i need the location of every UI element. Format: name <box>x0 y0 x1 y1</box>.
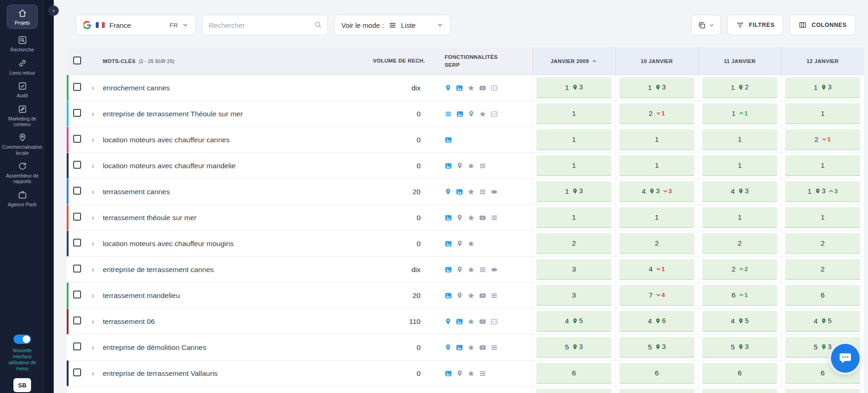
position-cell: 1 <box>536 103 611 124</box>
date-header-3[interactable]: 12 JANVIER <box>781 47 864 75</box>
filters-button[interactable]: FILTRES <box>727 15 783 35</box>
position-cell: 21 <box>619 103 694 124</box>
sidebar-item-commercialisation-locale[interactable]: Commercialisation locale <box>3 133 42 156</box>
pages-button[interactable] <box>692 15 721 35</box>
sidebar-expand-button[interactable]: › <box>49 6 59 16</box>
serp-image-icon <box>445 162 452 170</box>
chat-widget-button[interactable] <box>831 344 860 373</box>
columns-label: COLONNES <box>811 22 847 28</box>
date-header-2[interactable]: 11 JANVIER <box>698 47 781 75</box>
user-avatar[interactable]: SB <box>13 378 31 392</box>
position-cell: 6 <box>785 285 860 306</box>
expand-row-chevron[interactable]: › <box>89 136 94 144</box>
search-input-wrap <box>202 15 328 35</box>
chevron-down-icon <box>437 22 443 28</box>
volume-header: VOLUME DE RECH. <box>361 57 437 64</box>
position-value: 1 <box>738 135 742 144</box>
position-value: 1 <box>572 109 576 118</box>
expand-row-chevron[interactable]: › <box>89 317 94 325</box>
keyword-text[interactable]: location moteurs avec chauffeur cannes <box>103 136 361 144</box>
search-volume: 0 <box>361 162 437 170</box>
keyword-text[interactable]: location moteurs avec chauffeur mandelie <box>103 162 361 170</box>
row-checkbox[interactable] <box>73 291 81 298</box>
keyword-text[interactable]: entreprise de démolition Cannes <box>103 343 361 352</box>
keyword-text[interactable]: terrassement cannes <box>103 188 361 196</box>
keyword-text[interactable]: terrassement théoule sur mer <box>103 214 361 222</box>
row-checkbox[interactable] <box>73 317 81 324</box>
sidebar-item-label: Marketing de contenu <box>3 116 42 127</box>
keyword-text[interactable]: enrochement cannes <box>103 84 361 92</box>
serp-oval-icon <box>491 266 498 273</box>
row-checkbox[interactable] <box>73 83 81 91</box>
row-checkbox[interactable] <box>73 109 81 117</box>
keyword-text[interactable]: entreprise de terrassement Vallauris <box>103 369 361 378</box>
sidebar-item-agence-pack[interactable]: Agence Pack <box>3 190 42 207</box>
view-mode-selector[interactable]: Voir le mode : Liste <box>334 15 450 35</box>
row-accent-bar <box>67 283 69 308</box>
serp-star-icon <box>467 162 475 170</box>
serp-more-icon[interactable] <box>491 110 498 118</box>
keyword-text[interactable]: location moteurs avec chauffeur mougins <box>103 240 361 248</box>
position-value: 2 <box>649 109 653 118</box>
serp-more-icon[interactable] <box>491 84 498 92</box>
row-checkbox[interactable] <box>73 342 81 350</box>
select-all-checkbox[interactable] <box>73 57 81 64</box>
columns-button[interactable]: COLONNES <box>790 15 855 35</box>
sidebar-item-assembleur-de-rapports[interactable]: Assembleur de rapports <box>3 161 42 184</box>
local-pack-position: 3 <box>572 343 583 350</box>
keyword-text[interactable]: terrassement 06 <box>103 317 361 326</box>
chevron-down-icon <box>182 22 189 28</box>
sidebar-item-marketing-de-contenu[interactable]: Marketing de contenu <box>3 104 42 127</box>
position-value: 2 <box>815 135 819 144</box>
sidebar-item-recherche[interactable]: Recherche <box>3 35 42 52</box>
search-volume: 0 <box>361 240 437 248</box>
expand-row-chevron[interactable]: › <box>89 162 94 170</box>
sidebar-item-audit[interactable]: Audit <box>3 81 42 98</box>
row-checkbox[interactable] <box>73 135 81 143</box>
serp-more-icon[interactable] <box>491 318 498 325</box>
serp-pin-icon <box>456 370 463 377</box>
row-checkbox[interactable] <box>73 368 81 376</box>
keyword-text[interactable]: terrassement mandelieu <box>103 292 361 300</box>
expand-row-chevron[interactable]: › <box>89 240 94 247</box>
row-checkbox[interactable] <box>73 187 81 195</box>
date-header-0[interactable]: JANVIER 2009 <box>532 47 615 75</box>
expand-row-chevron[interactable]: › <box>89 84 94 92</box>
row-checkbox[interactable] <box>73 265 81 273</box>
sidebar-item-projets[interactable]: Projets <box>7 5 38 29</box>
new-ui-toggle[interactable] <box>13 335 31 344</box>
search-input[interactable] <box>202 15 328 35</box>
keyword-text[interactable]: entreprise de terrassement Théoule sur m… <box>103 110 361 118</box>
row-checkbox[interactable] <box>73 213 81 221</box>
local-pack-position: 3 <box>572 188 583 195</box>
row-accent-bar <box>67 127 69 152</box>
position-cell: 45 <box>785 311 860 332</box>
expand-row-chevron[interactable]: › <box>89 369 94 377</box>
expand-row-chevron[interactable]: › <box>89 343 94 351</box>
position-value: 1 <box>648 83 652 92</box>
expand-row-chevron[interactable]: › <box>89 292 94 299</box>
keyword-text[interactable]: entreprise de terrassement cannes <box>103 266 361 274</box>
expand-row-chevron[interactable]: › <box>89 214 94 222</box>
serp-list-icon <box>491 292 498 299</box>
row-checkbox[interactable] <box>73 239 81 247</box>
expand-row-chevron[interactable]: › <box>89 110 94 118</box>
table-row: ›entreprise de démolition Cannes05353535… <box>67 335 864 361</box>
serp-star-icon <box>467 188 475 196</box>
engine-code-label: FR <box>170 22 178 29</box>
serp-features <box>437 370 532 377</box>
expand-row-chevron[interactable]: › <box>89 266 94 273</box>
position-cell: 13 <box>536 181 611 202</box>
position-cell: 2 <box>785 233 860 254</box>
position-value: 1 <box>565 187 569 196</box>
expand-row-chevron[interactable]: › <box>89 188 94 196</box>
position-value: 2 <box>572 239 576 247</box>
row-accent-bar <box>67 75 69 101</box>
position-cell: 1 <box>619 155 694 176</box>
search-icon <box>18 35 27 45</box>
search-engine-selector[interactable]: France FR <box>76 15 195 35</box>
sidebar-item-liens-retour[interactable]: Liens retour <box>3 58 42 76</box>
row-checkbox[interactable] <box>73 161 81 169</box>
date-header-1[interactable]: 10 JANVIER <box>615 47 698 75</box>
position-value: 6 <box>821 369 825 377</box>
